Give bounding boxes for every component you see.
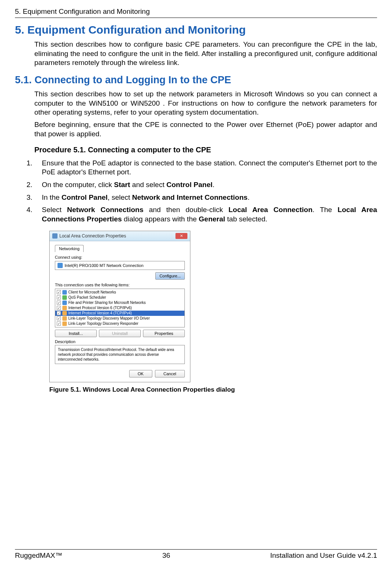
list-item: Select Network Connections and then doub… [34,205,377,224]
list-item[interactable]: ✓Link-Layer Topology Discovery Mapper I/… [55,316,184,321]
description-box: Transmission Control Protocol/Internet P… [55,345,185,364]
intro-paragraph: This section describes how to configure … [34,40,377,68]
footer-right: Installation and User Guide v4.2.1 [270,551,377,560]
qos-icon [62,295,67,300]
client-icon [62,290,67,295]
list-item: Ensure that the PoE adaptor is connected… [34,159,377,177]
nic-name: Intel(R) PRO/1000 MT Network Connection [65,263,143,268]
dialog-body: Networking Connect using: Intel(R) PRO/1… [50,241,190,382]
uninstall-button[interactable]: Uninstall [99,330,141,337]
protocol-icon [62,321,67,326]
checkbox-icon[interactable]: ✓ [57,311,61,315]
figure-caption: Figure 5.1. Windows Local Area Connectio… [49,386,377,394]
procedure-list: Ensure that the PoE adaptor is connected… [34,159,377,224]
protocol-icon [62,311,67,315]
list-item: In the Control Panel, select Network and… [34,193,377,202]
configure-button[interactable]: Configure... [155,272,185,280]
list-item[interactable]: ✓Link-Layer Topology Discovery Responder [55,321,184,326]
footer-left: RuggedMAX™ [15,551,62,560]
list-item-selected[interactable]: ✓Internet Protocol Version 4 (TCP/IPv4) [55,311,184,316]
cancel-button[interactable]: Cancel [155,370,185,377]
checkbox-icon[interactable]: ✓ [57,321,61,326]
procedure-title: Procedure 5.1. Connecting a computer to … [34,146,377,154]
dialog-titlebar: Local Area Connection Properties ✕ [50,231,190,241]
protocol-icon [62,316,67,321]
section-paragraph-2: Before beginning, ensure that the CPE is… [34,120,377,139]
items-label: This connection uses the following items… [55,283,185,287]
network-icon [52,233,57,239]
dialog-footer: OK Cancel [55,368,185,377]
tab-networking[interactable]: Networking [55,245,84,252]
properties-dialog: Local Area Connection Properties ✕ Netwo… [49,231,190,382]
protocol-icon [62,306,67,310]
running-header: 5. Equipment Configuration and Monitorin… [15,7,377,16]
chapter-title: 5. Equipment Configuration and Monitorin… [15,24,377,36]
ok-button[interactable]: OK [129,370,152,377]
checkbox-icon[interactable]: ✓ [57,306,61,310]
dialog-title: Local Area Connection Properties [59,233,126,239]
properties-button[interactable]: Properties [143,330,185,337]
install-button[interactable]: Install... [55,330,97,337]
list-item[interactable]: ✓QoS Packet Scheduler [55,295,184,300]
nic-icon [57,263,63,268]
checkbox-icon[interactable]: ✓ [57,290,61,294]
list-item[interactable]: ✓Client for Microsoft Networks [55,290,184,295]
sharing-icon [62,301,67,305]
connection-items-list: ✓Client for Microsoft Networks ✓QoS Pack… [55,289,185,327]
close-button[interactable]: ✕ [175,233,187,239]
tab-header: Networking [55,245,185,252]
checkbox-icon[interactable]: ✓ [57,316,61,320]
list-item[interactable]: ✓Internet Protocol Version 6 (TCP/IPv6) [55,305,184,311]
list-item[interactable]: ✓File and Printer Sharing for Microsoft … [55,300,184,305]
list-item: On the computer, click Start and select … [34,180,377,190]
nic-field: Intel(R) PRO/1000 MT Network Connection [55,261,185,270]
checkbox-icon[interactable]: ✓ [57,295,61,299]
dialog-title-text: Local Area Connection Properties [52,233,126,239]
section-paragraph-1: This section describes how to set up the… [34,90,377,117]
connect-using-label: Connect using: [55,255,185,259]
page-footer: RuggedMAX™ 36 Installation and User Guid… [15,549,377,560]
section-title: 5.1. Connecting to and Logging In to the… [15,74,377,86]
page-header-section: 5. Equipment Configuration and Monitorin… [15,0,377,18]
description-label: Description [55,339,185,344]
config-button-row: Configure... [55,272,185,280]
button-row: Install... Uninstall Properties [55,330,185,337]
figure-container: Local Area Connection Properties ✕ Netwo… [49,231,377,382]
footer-page-number: 36 [162,551,170,560]
checkbox-icon[interactable]: ✓ [57,301,61,305]
